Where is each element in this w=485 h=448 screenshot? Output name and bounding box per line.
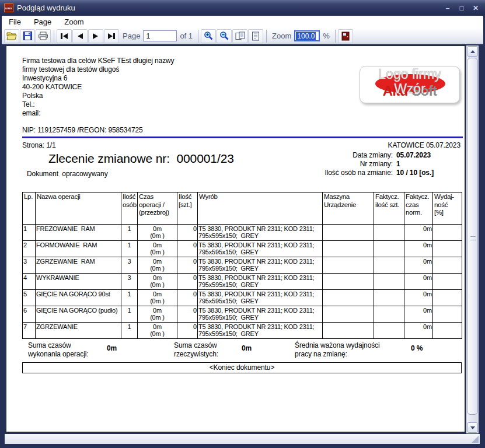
cell-osob: 1	[121, 306, 138, 323]
cell-czas: 0m (0m )	[138, 323, 177, 339]
cell-fakt-ilosc	[374, 290, 404, 306]
change-meta-block: Data zmiany: 05.07.2023 Nr zmiany: 1 Ilo…	[325, 151, 460, 177]
window-title: Podgląd wydruku	[17, 4, 442, 12]
cell-fakt-ilosc	[374, 225, 404, 241]
cell-maszyna	[323, 257, 374, 274]
cell-czas: 0m (0m )	[138, 225, 177, 241]
meta-value: 10 / 10 [os.]	[396, 169, 460, 177]
cell-czas: 0m (0m )	[138, 290, 177, 306]
table-row: 1 FREZOWANIE RAM 1 0m (0m ) 0 T5 3830, P…	[23, 225, 462, 241]
col-wyrob: Wyrób	[198, 192, 323, 225]
last-page-button[interactable]	[104, 29, 119, 43]
col-faktycz-czas: Faktycz. czas norm.	[404, 192, 433, 225]
zoom-label: Zoom	[272, 32, 291, 40]
first-page-button[interactable]	[57, 29, 72, 43]
print-button[interactable]	[36, 29, 51, 43]
toolbar: Page of 1 Zoom 100.0 %	[2, 28, 483, 44]
scroll-up-button[interactable]	[467, 46, 478, 57]
nip-regon-line: NIP: 1191257459 /REGON: 958534725	[22, 126, 143, 134]
cell-wydajnosc	[433, 257, 462, 274]
scroll-down-button[interactable]	[467, 422, 478, 433]
prev-page-button[interactable]	[72, 29, 88, 43]
minimize-button[interactable]: –	[442, 4, 453, 13]
last-page-icon	[107, 33, 116, 40]
zoom-in-icon	[204, 31, 214, 41]
save-icon	[23, 32, 32, 40]
company-line: firmy testowej dla testów długoś	[22, 65, 175, 74]
company-line: Inwestycyjna 6	[22, 74, 175, 83]
scrollbar-thumb[interactable]	[467, 58, 478, 415]
table-row: 2 FORMOWANIE RAM 1 0m (0m ) 0 T5 3830, P…	[23, 241, 462, 257]
cell-name: GIĘCIE NA GORĄCO 90st	[36, 290, 121, 306]
cell-wyrob: T5 3830, PRODUKT NR 2311; KOD 2311; 795x…	[198, 290, 323, 306]
whole-page-button[interactable]	[248, 29, 263, 43]
cell-czas: 0m (0m )	[138, 257, 177, 274]
cell-fakt-czas: 0m	[404, 241, 433, 257]
cell-name: ZGRZEWANIE	[36, 323, 121, 339]
meta-value: 1	[396, 160, 460, 169]
cell-fakt-ilosc	[374, 274, 404, 290]
table-row: 6 GIĘCIE NA GORĄCO (pudło) 1 0m (0m ) 0 …	[23, 306, 462, 323]
first-page-icon	[60, 33, 68, 40]
page-input[interactable]	[143, 30, 177, 41]
logo-watermark-line: Wzór	[360, 82, 459, 96]
prev-page-icon	[76, 33, 84, 40]
cell-maszyna	[323, 274, 374, 290]
cell-fakt-ilosc	[374, 257, 404, 274]
table-row: 5 GIĘCIE NA GORĄCO 90st 1 0m (0m ) 0 T5 …	[23, 290, 462, 306]
cell-ilosc: 0	[177, 290, 198, 306]
cell-czas: 0m (0m )	[138, 306, 177, 323]
toolbar-separator	[54, 30, 54, 43]
col-ilosc-osob: Ilość osób	[121, 192, 138, 225]
next-page-icon	[92, 33, 100, 40]
cell-wyrob: T5 3830, PRODUKT NR 2311; KOD 2311; 795x…	[198, 241, 323, 257]
one-page-icon	[252, 32, 260, 41]
exit-button[interactable]	[338, 29, 353, 43]
menu-file[interactable]: File	[7, 16, 27, 27]
meta-label: Nr zmiany:	[325, 160, 393, 169]
next-page-button[interactable]	[88, 29, 103, 43]
cell-fakt-ilosc	[374, 323, 404, 339]
cell-fakt-ilosc	[374, 306, 404, 323]
cell-wyrob: T5 3830, PRODUKT NR 2311; KOD 2311; 795x…	[198, 323, 323, 339]
company-logo: Altu-Soft Logo firmy Wzór	[360, 66, 460, 103]
resize-grip[interactable]	[472, 436, 479, 443]
zoom-in-button[interactable]	[201, 29, 216, 43]
cell-wydajnosc	[433, 274, 462, 290]
page-counter: Strona: 1/1	[22, 141, 56, 149]
company-line: Polska	[22, 92, 175, 100]
sum-actual-value: 0m	[242, 344, 252, 352]
menu-page[interactable]: Page	[32, 16, 58, 27]
horizontal-scrollbar[interactable]	[5, 434, 480, 444]
close-button[interactable]: ✕	[470, 4, 481, 13]
preview-page: Firma testowa dla celów KSeF TEst długie…	[6, 46, 465, 432]
cell-wyrob: T5 3830, PRODUKT NR 2311; KOD 2311; 795x…	[198, 274, 323, 290]
sum-operations-value: 0m	[107, 344, 117, 352]
vertical-scrollbar[interactable]	[466, 46, 479, 433]
cell-osob: 3	[121, 257, 138, 274]
col-lp: Lp.	[23, 192, 36, 225]
col-nazwa-operacji: Nazwa operacji	[36, 192, 121, 225]
operations-table: Lp. Nazwa operacji Ilość osób Czas opera…	[22, 192, 462, 339]
cell-maszyna	[323, 290, 374, 306]
maximize-button[interactable]: □	[456, 4, 467, 13]
two-pages-icon	[235, 32, 245, 40]
zoom-out-button[interactable]	[217, 29, 232, 43]
cell-ilosc: 0	[177, 306, 198, 323]
cell-lp: 6	[23, 306, 36, 323]
percent-label: %	[323, 32, 330, 40]
toolbar-separator	[198, 30, 198, 43]
open-button[interactable]	[4, 29, 19, 43]
cell-wydajnosc	[433, 290, 462, 306]
sum-actual-label: Suma czasów rzeczywistych:	[174, 341, 218, 359]
cell-ilosc: 0	[177, 257, 198, 274]
document-subtitle: Dokument opracowywany	[27, 170, 108, 178]
open-icon	[6, 32, 17, 40]
page-label: Page	[123, 32, 140, 40]
cell-fakt-czas: 0m	[404, 225, 433, 241]
fit-width-button[interactable]	[232, 29, 247, 43]
menu-zoom[interactable]: Zoom	[62, 16, 90, 27]
cell-lp: 3	[23, 257, 36, 274]
save-button[interactable]	[20, 29, 35, 43]
zoom-input[interactable]: 100.0	[294, 30, 320, 41]
